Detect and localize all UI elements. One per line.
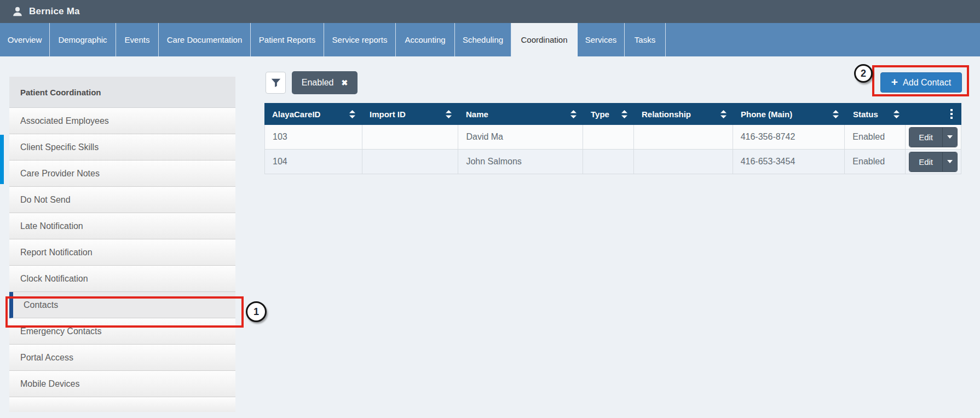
sidebar-item-mobile-devices[interactable]: Mobile Devices [9,371,235,397]
patient-tabs: Overview Demographic Events Care Documen… [0,23,980,56]
filter-chip-enabled: Enabled ✖ [292,71,358,94]
sort-icon[interactable] [893,110,900,118]
sidebar-item-late-notification[interactable]: Late Notification [9,213,235,239]
sort-icon[interactable] [621,110,627,118]
edit-dropdown-toggle[interactable] [942,128,957,147]
tab-care-documentation[interactable]: Care Documentation [159,23,251,56]
sidebar-item-report-notification[interactable]: Report Notification [9,239,235,266]
cell-status: Enabled [845,150,906,174]
sidebar-item-clock-notification[interactable]: Clock Notification [9,266,235,292]
cell-import-id [362,150,459,174]
annotation-step-1: 1 [246,301,267,322]
caret-down-icon [947,160,953,163]
annotation-step-2: 2 [854,64,873,83]
tab-events[interactable]: Events [116,23,159,56]
table-row[interactable]: 103 David Ma 416-356-8742 Enabled Edit [264,125,961,150]
cell-type [583,125,634,149]
cell-phone-main: 416-356-8742 [733,125,845,149]
column-header-phone-main[interactable]: Phone (Main) [733,103,845,125]
sort-icon[interactable] [833,110,839,118]
cell-actions: Edit [906,150,961,174]
annotation-box-2 [872,65,969,96]
tab-patient-reports[interactable]: Patient Reports [251,23,324,56]
cell-name: David Ma [458,125,583,149]
column-header-name[interactable]: Name [458,103,583,125]
page: Bernice Ma Overview Demographic Events C… [0,0,980,418]
kebab-icon[interactable] [950,109,953,119]
patient-name: Bernice Ma [29,6,80,17]
tab-service-reports[interactable]: Service reports [324,23,396,56]
contacts-table: AlayaCareID Import ID Name Type Relation… [264,103,961,174]
edit-split-button: Edit [909,152,958,172]
cell-import-id [362,125,459,149]
edit-dropdown-toggle[interactable] [942,152,957,171]
cell-name: John Salmons [458,150,583,174]
filter-button[interactable] [266,72,286,94]
edit-button[interactable]: Edit [909,152,942,171]
cell-relationship [634,125,733,149]
column-header-type[interactable]: Type [583,103,634,125]
sort-icon[interactable] [570,110,577,118]
tab-services[interactable]: Services [578,23,625,56]
column-header-import-id[interactable]: Import ID [362,103,458,125]
edit-split-button: Edit [909,127,958,147]
tab-scheduling[interactable]: Scheduling [455,23,511,56]
column-header-actions [906,103,961,125]
tab-demographic[interactable]: Demographic [50,23,116,56]
column-header-relationship[interactable]: Relationship [634,103,733,125]
top-bar: Bernice Ma [0,0,980,23]
cell-relationship [634,150,733,174]
sidebar-item-partial[interactable] [9,397,235,412]
tab-overview[interactable]: Overview [0,23,50,56]
sort-icon[interactable] [349,110,355,118]
sort-icon[interactable] [720,110,727,118]
tab-accounting[interactable]: Accounting [396,23,455,56]
patient-coordination-menu: Patient Coordination Associated Employee… [9,77,235,412]
filter-icon [270,77,282,89]
user-icon [11,5,24,18]
edge-panel-tab[interactable] [0,135,4,184]
chip-remove-icon[interactable]: ✖ [341,78,348,87]
table-header-row: AlayaCareID Import ID Name Type Relation… [264,103,961,125]
sidebar-item-care-provider-notes[interactable]: Care Provider Notes [9,161,235,187]
caret-down-icon [947,135,953,139]
tab-tasks[interactable]: Tasks [625,23,666,56]
tab-coordination[interactable]: Coordination [511,23,578,56]
cell-status: Enabled [845,125,906,149]
sidebar-item-portal-access[interactable]: Portal Access [9,345,235,371]
cell-phone-main: 416-653-3454 [733,150,845,174]
sidebar-item-do-not-send[interactable]: Do Not Send [9,187,235,213]
table-row[interactable]: 104 John Salmons 416-653-3454 Enabled Ed… [264,150,961,174]
annotation-box-1 [5,296,244,328]
cell-alayacareid: 104 [265,150,362,174]
column-header-alayacareid[interactable]: AlayaCareID [264,103,362,125]
sidebar-item-associated-employees[interactable]: Associated Employees [9,108,235,134]
edit-button[interactable]: Edit [909,128,942,147]
column-header-status[interactable]: Status [845,103,906,125]
sidebar-item-client-specific-skills[interactable]: Client Specific Skills [9,134,235,161]
cell-actions: Edit [906,125,961,149]
sort-icon[interactable] [446,110,452,118]
filter-chip-label: Enabled [302,78,334,88]
sidebar-header: Patient Coordination [9,77,235,108]
cell-type [583,150,634,174]
cell-alayacareid: 103 [265,125,362,149]
